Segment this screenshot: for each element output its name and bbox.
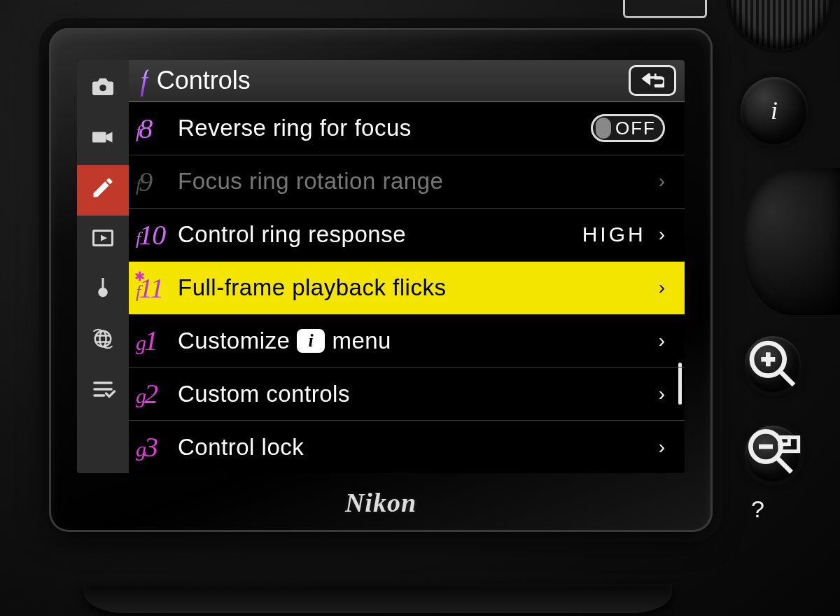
play-icon bbox=[90, 225, 115, 256]
item-label: Control ring response bbox=[178, 221, 406, 248]
info-button-label: i bbox=[771, 96, 778, 125]
menu-item-g2[interactable]: g2Custom controls› bbox=[129, 368, 685, 421]
item-code: f8 bbox=[136, 112, 176, 145]
item-code: g1 bbox=[136, 324, 176, 357]
sidebar-tab-playback[interactable] bbox=[77, 216, 129, 266]
sidebar-tab-setup[interactable] bbox=[77, 266, 129, 316]
lcd-bezel: Nikon f Controls bbox=[49, 28, 713, 532]
menu-item-f11[interactable]: ✱f11Full-frame playback flicks› bbox=[129, 262, 685, 315]
svg-point-13 bbox=[100, 331, 106, 347]
svg-point-9 bbox=[99, 85, 106, 92]
svg-line-1 bbox=[780, 371, 794, 385]
i-menu-icon: i bbox=[297, 329, 325, 353]
info-button[interactable]: i bbox=[741, 77, 808, 144]
menu-content: f Controls f8Reverse ring for focusOFFf9… bbox=[129, 60, 685, 473]
globe-icon bbox=[90, 326, 115, 357]
sidebar-tab-mymenu[interactable] bbox=[77, 367, 129, 417]
zoom-in-button[interactable] bbox=[745, 336, 801, 392]
brand-logo: Nikon bbox=[49, 487, 713, 518]
video-icon bbox=[90, 125, 115, 155]
toggle-off-icon: OFF bbox=[591, 114, 665, 142]
sidebar-tab-video[interactable] bbox=[77, 115, 129, 165]
item-label: Focus ring rotation range bbox=[178, 168, 443, 195]
custom-settings-menu: f Controls f8Reverse ring for focusOFFf9… bbox=[77, 60, 685, 473]
item-label: Customizeimenu bbox=[178, 328, 391, 354]
menu-item-f10[interactable]: f10Control ring responseHIGH› bbox=[129, 209, 685, 262]
menu-item-g3[interactable]: g3Control lock› bbox=[129, 421, 685, 473]
chevron-right-icon: › bbox=[659, 383, 665, 405]
sidebar-tab-photo[interactable] bbox=[77, 64, 129, 115]
lcd-screen: f Controls f8Reverse ring for focusOFFf9… bbox=[77, 60, 685, 473]
sidebar-tab-custom[interactable] bbox=[77, 165, 129, 216]
chevron-right-icon: › bbox=[659, 330, 665, 352]
multi-selector[interactable] bbox=[742, 168, 840, 315]
chevron-right-icon: › bbox=[659, 170, 665, 192]
item-code: ✱f11 bbox=[136, 272, 176, 304]
item-code: g3 bbox=[136, 430, 176, 463]
item-value: OFF bbox=[591, 114, 665, 142]
chevron-right-icon: › bbox=[659, 223, 665, 246]
chevron-right-icon: › bbox=[659, 436, 665, 458]
menu-item-g1[interactable]: g1Customizeimenu› bbox=[129, 314, 685, 368]
svg-point-12 bbox=[95, 331, 111, 347]
zoom-out-button[interactable] bbox=[745, 426, 801, 482]
svg-rect-10 bbox=[92, 132, 106, 143]
menu-item-f8[interactable]: f8Reverse ring for focusOFF bbox=[129, 102, 685, 155]
hot-shoe bbox=[623, 0, 707, 18]
camera-icon bbox=[90, 74, 115, 105]
back-icon bbox=[640, 71, 664, 90]
chevron-right-icon: › bbox=[659, 276, 665, 299]
item-code: f10 bbox=[136, 218, 176, 251]
item-label: Full-frame playback flicks bbox=[178, 274, 446, 301]
list-icon bbox=[90, 377, 115, 407]
pencil-icon bbox=[90, 175, 115, 206]
menu-rows: f8Reverse ring for focusOFFf9Focus ring … bbox=[129, 102, 685, 473]
item-value: HIGH bbox=[582, 223, 646, 246]
svg-rect-8 bbox=[780, 438, 789, 444]
svg-line-5 bbox=[778, 458, 792, 472]
menu-header: f Controls bbox=[129, 60, 685, 102]
menu-item-f9: f9Focus ring rotation range› bbox=[129, 155, 685, 209]
item-label: Control lock bbox=[178, 434, 304, 461]
back-button[interactable] bbox=[629, 65, 676, 96]
screen-hinge bbox=[84, 584, 672, 613]
help-label: ? bbox=[751, 496, 764, 523]
modified-asterisk-icon: ✱ bbox=[134, 269, 144, 284]
wrench-icon bbox=[90, 276, 115, 307]
section-title: Controls bbox=[157, 66, 251, 95]
item-code: g2 bbox=[136, 377, 176, 410]
section-letter: f bbox=[140, 64, 148, 97]
menu-sidebar bbox=[77, 60, 129, 473]
sidebar-tab-network[interactable] bbox=[77, 316, 129, 367]
item-label: Custom controls bbox=[178, 381, 350, 407]
item-label: Reverse ring for focus bbox=[178, 115, 412, 141]
item-code: f9 bbox=[136, 165, 176, 198]
